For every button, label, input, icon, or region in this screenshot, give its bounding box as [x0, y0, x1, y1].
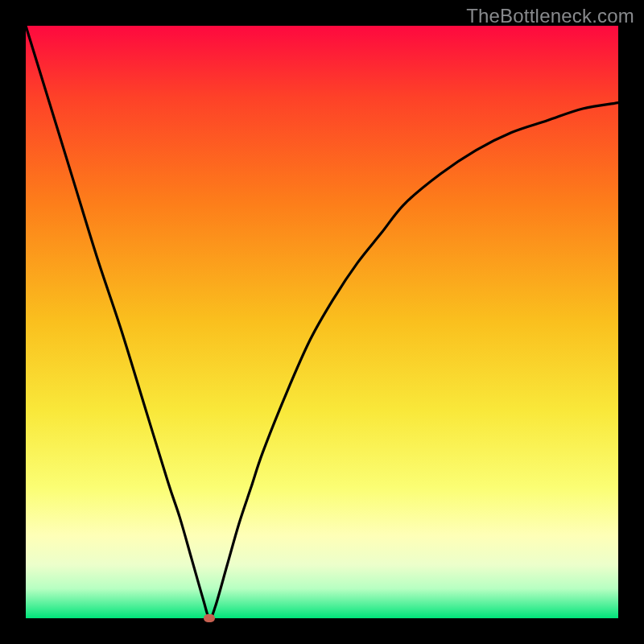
chart-frame: TheBottleneck.com [0, 0, 644, 644]
bottleneck-curve [26, 26, 618, 618]
watermark-text: TheBottleneck.com [466, 5, 634, 27]
minimum-marker [204, 614, 215, 622]
plot-area [26, 26, 618, 618]
